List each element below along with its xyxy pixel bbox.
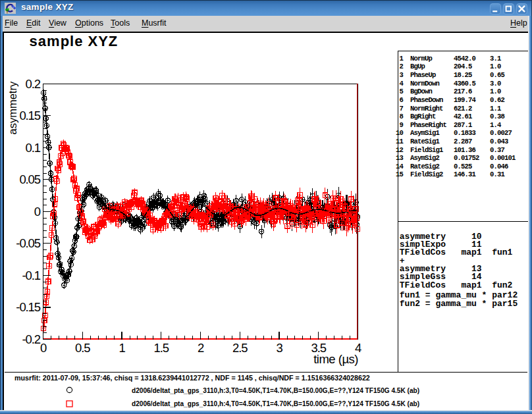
- svg-text:5 BgDown 217.6 1.0: 5 BgDown 217.6 1.0: [396, 88, 501, 95]
- svg-text:6 PhaseDown 199.74 0.62: 6 PhaseDown 199.74 0.62: [396, 96, 504, 104]
- svg-text:musrfit: 2011-07-09, 15:37:46,: musrfit: 2011-07-09, 15:37:46, chisq = 1…: [14, 374, 370, 382]
- svg-text:0.5: 0.5: [75, 341, 90, 355]
- svg-text:9 PhaseRight 287.1 1.4: 9 PhaseRight 287.1 1.4: [396, 121, 502, 129]
- svg-text:3 PhaseUp 18.25 0.65: 3 PhaseUp 18.25 0.65: [396, 71, 504, 79]
- svg-text:0.1: 0.1: [26, 141, 41, 155]
- svg-text:3: 3: [276, 341, 282, 355]
- svg-text:7 NormRight 621.2 1.1: 7 NormRight 621.2 1.1: [396, 105, 501, 113]
- svg-text:TFieldCos map1 fun2: TFieldCos map1 fun2: [400, 280, 513, 290]
- svg-text:sample XYZ: sample XYZ: [30, 33, 119, 49]
- svg-text:10 AsymSig1 0.1833 0.00: 10 AsymSig1 0.1833 0.0027: [396, 129, 512, 137]
- svg-text:0.15: 0.15: [19, 109, 40, 122]
- svg-text:0: 0: [40, 341, 47, 355]
- svg-text:15 FieldSig2 146.31 0.31: 15 FieldSig2 146.31 0.31: [396, 170, 504, 178]
- svg-text:1 NormUp 4542.0 3.1: 1 NormUp 4542.0 3.1: [396, 55, 501, 63]
- svg-text:-0.2: -0.2: [22, 332, 41, 346]
- svg-text:-0.1: -0.1: [22, 269, 41, 282]
- svg-text:2 BgUp 204.5 1.0: 2 BgUp 204.5 1.0: [396, 63, 501, 70]
- svg-text:d2006/deltat_pta_gps_3110,h:4,: d2006/deltat_pta_gps_3110,h:4,T0=4.50K,T…: [132, 400, 419, 407]
- svg-text:1.5: 1.5: [154, 341, 169, 355]
- svg-text:0.2: 0.2: [26, 77, 41, 91]
- svg-text:4 NormDown 4360.5 3.0: 4 NormDown 4360.5 3.0: [396, 80, 501, 88]
- svg-text:-0.05: -0.05: [16, 236, 40, 250]
- svg-text:TFieldCos map1 fun1: TFieldCos map1 fun1: [400, 247, 513, 257]
- svg-text:0.05: 0.05: [19, 172, 40, 186]
- svg-text:2: 2: [198, 341, 204, 355]
- svg-text:-0.15: -0.15: [16, 300, 40, 314]
- svg-text:2.5: 2.5: [232, 341, 248, 355]
- svg-text:fun2 = gamma_mu * par15: fun2 = gamma_mu * par15: [400, 299, 518, 309]
- svg-text:time (µs): time (µs): [313, 352, 358, 366]
- svg-text:d2006/deltat_pta_gps_3110,h:3,: d2006/deltat_pta_gps_3110,h:3,T0=4.50K,T…: [132, 387, 419, 394]
- svg-text:12 FieldSig1 101.36 0.37: 12 FieldSig1 101.36 0.37: [396, 146, 504, 154]
- svg-text:14 RateSig2 0.525 0.04: 14 RateSig2 0.525 0.046: [396, 163, 508, 170]
- svg-text:0: 0: [34, 205, 41, 219]
- svg-text:1: 1: [119, 341, 125, 355]
- svg-text:asymmetry: asymmetry: [7, 81, 18, 134]
- svg-text:13 AsymSig2 0.01752 0.00: 13 AsymSig2 0.01752 0.00101: [396, 154, 516, 162]
- svg-text:8 BgRight 42.61 0.38: 8 BgRight 42.61 0.38: [396, 113, 504, 120]
- svg-text:11 RateSig1 2.287 0.04: 11 RateSig1 2.287 0.043: [396, 138, 508, 145]
